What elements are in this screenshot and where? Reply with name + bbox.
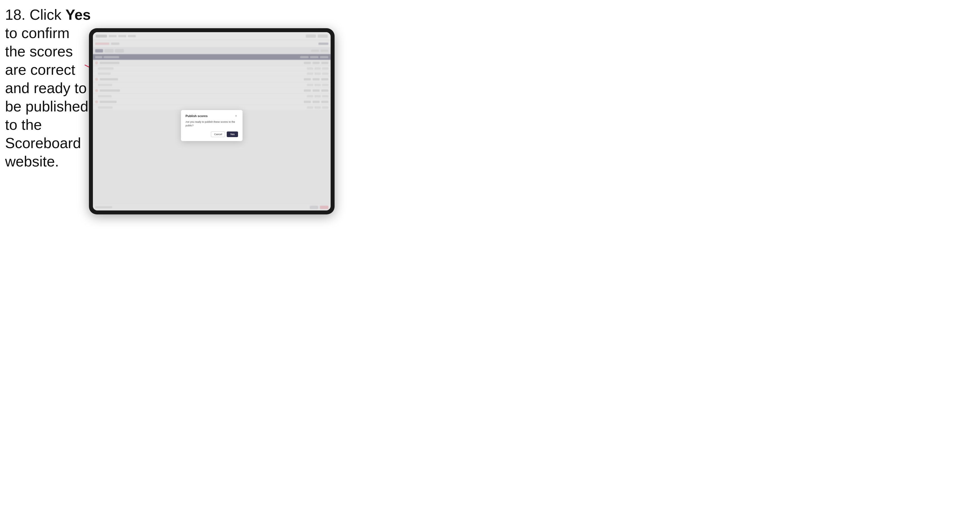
cancel-button[interactable]: Cancel	[211, 132, 225, 137]
modal-header: Publish scores ×	[186, 114, 238, 118]
instruction-suffix: to confirm the scores are correct and re…	[5, 25, 88, 170]
modal-body-text: Are you ready to publish these scores to…	[186, 120, 238, 127]
publish-scores-dialog: Publish scores × Are you ready to publis…	[181, 110, 243, 141]
instruction-bold: Yes	[65, 6, 91, 23]
instruction-text: 18. Click Yes to confirm the scores are …	[5, 6, 92, 171]
modal-overlay: Publish scores × Are you ready to publis…	[93, 32, 331, 211]
modal-footer: Cancel Yes	[186, 132, 238, 137]
modal-title: Publish scores	[186, 114, 207, 117]
yes-button[interactable]: Yes	[227, 132, 238, 137]
step-number: 18.	[5, 6, 25, 23]
tablet-screen: Publish scores × Are you ready to publis…	[93, 32, 331, 211]
tablet-device: Publish scores × Are you ready to publis…	[89, 28, 334, 214]
instruction-prefix: Click	[25, 6, 65, 23]
modal-close-button[interactable]: ×	[234, 114, 238, 118]
